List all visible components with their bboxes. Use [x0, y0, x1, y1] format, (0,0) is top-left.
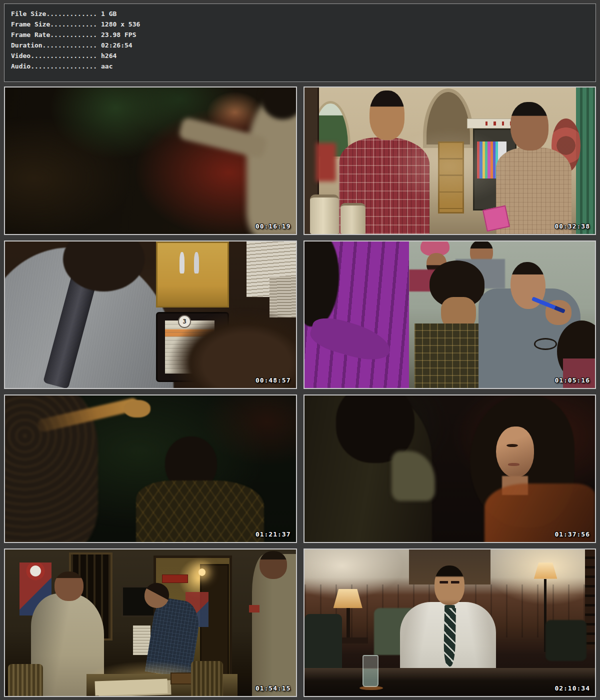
wicker-chair-right — [191, 661, 223, 696]
bracelet — [534, 338, 558, 350]
tan-check-shirt-man-head — [510, 102, 548, 150]
policeman-right-head — [260, 551, 287, 579]
water-glass — [362, 655, 378, 687]
paper-stack-small — [270, 276, 296, 318]
golden-hand — [124, 400, 150, 418]
glass-jar-small — [340, 203, 365, 234]
timestamp-overlay: 01:05:16 — [554, 376, 590, 384]
screenshot-thumb-8[interactable]: 02:10:34 — [304, 548, 596, 697]
armchair-left — [304, 614, 342, 670]
dark-table — [304, 668, 596, 696]
timestamp-overlay: 00:32:38 — [554, 222, 590, 230]
scene-police-station — [5, 550, 296, 696]
screenshot-thumb-2[interactable]: 00:32:38 — [304, 86, 596, 235]
screenshot-grid: 00:16:19 00:32:38 — [4, 86, 596, 697]
green-lattice — [576, 88, 595, 234]
page: { "colors": { "page_bg": "#3a3a3a", "pan… — [0, 0, 600, 700]
scene-office-desk: 3 — [5, 242, 296, 388]
shoulder-patch — [249, 605, 259, 612]
white-shirt-man-head — [434, 566, 464, 605]
timestamp-overlay: 00:16:19 — [256, 222, 291, 230]
scene-exam-hall — [304, 242, 596, 388]
woman-lips — [508, 463, 520, 466]
timestamp-overlay: 02:10:34 — [554, 684, 590, 692]
media-info-panel: File Size............. 1 GB Frame Size..… — [4, 4, 596, 82]
media-info-audio-codec: Audio................. aac — [11, 61, 589, 72]
media-info-frame-rate: Frame Rate............ 23.98 FPS — [11, 30, 589, 40]
glass-jar — [310, 194, 339, 234]
bookshelf-edge — [585, 550, 595, 649]
red-sign — [162, 574, 188, 584]
scene-interview-room — [304, 550, 596, 696]
screenshot-thumb-4[interactable]: 01:05:16 — [304, 240, 596, 389]
media-info-file-size: File Size............. 1 GB — [11, 8, 589, 19]
scene-tearful-conversation — [304, 396, 596, 542]
screenshot-thumb-6[interactable]: 01:37:56 — [304, 394, 596, 543]
wicker-chair-left — [8, 664, 43, 696]
scene-railway-station — [304, 88, 596, 234]
white-shirt-man-eyes — [440, 581, 460, 584]
scene-dark-embrace — [5, 396, 296, 542]
cabinet-spoon — [194, 252, 199, 274]
timestamp-overlay: 00:48:57 — [256, 376, 291, 384]
checked-shoulder — [136, 480, 264, 542]
screenshot-thumb-3[interactable]: 3 00:48:57 — [4, 240, 297, 389]
screenshot-thumb-5[interactable]: 01:21:37 — [4, 394, 297, 543]
screenshot-thumb-7[interactable]: 01:54:15 — [4, 548, 297, 697]
timestamp-overlay: 01:37:56 — [554, 530, 590, 538]
yellow-cabinet — [156, 242, 228, 308]
haze-overlay — [386, 128, 514, 204]
woman-eye — [506, 444, 518, 447]
red-bus-hint — [316, 143, 336, 181]
desk-papers — [95, 678, 168, 696]
screenshot-thumb-1[interactable]: 00:16:19 — [4, 86, 297, 235]
hanging-bulb — [198, 568, 206, 576]
cabinet-spoon — [180, 252, 184, 274]
striped-tie — [444, 608, 456, 667]
media-info-duration: Duration.............. 02:26:54 — [11, 40, 589, 50]
media-info-frame-size: Frame Size............ 1280 x 536 — [11, 19, 589, 30]
scene-night-struggle — [5, 88, 296, 234]
media-info-video-codec: Video................. h264 — [11, 50, 589, 61]
woman-lit-face — [496, 426, 534, 478]
policeman-left-head — [54, 572, 84, 601]
timestamp-overlay: 01:21:37 — [256, 530, 291, 538]
table-lamp-stand — [346, 608, 350, 639]
chair-right — [546, 620, 586, 661]
timestamp-overlay: 01:54:15 — [256, 684, 291, 692]
